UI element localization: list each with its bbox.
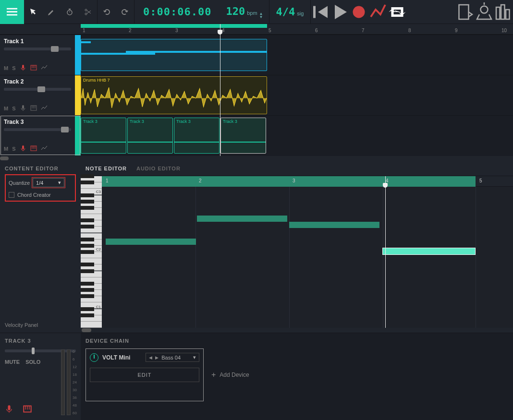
time-signature[interactable]: 4/4 sig <box>269 6 311 18</box>
loop-button[interactable] <box>388 0 407 24</box>
arm-record-icon[interactable] <box>20 64 26 72</box>
automation-icon[interactable] <box>41 105 48 112</box>
clip-label: Drums HHB 7 <box>81 77 267 84</box>
timeline[interactable]: 1 2 3 4 5 6 7 8 9 10 Drums HHB 7 <box>81 24 513 156</box>
stopwatch-tool[interactable] <box>61 0 79 24</box>
audio-clip[interactable]: Drums HHB 7 <box>81 76 267 114</box>
midi-note[interactable] <box>106 239 196 245</box>
track-lane-1[interactable] <box>81 35 513 75</box>
midi-clip[interactable] <box>81 39 267 71</box>
svg-rect-2 <box>7 14 17 15</box>
tempo-spinner[interactable]: ▲▼ <box>259 12 263 19</box>
instrument-device[interactable]: VOLT Mini ◀ ▶ Bass 04 ▾ EDIT <box>86 348 204 401</box>
solo-button[interactable]: SOLO <box>25 359 40 365</box>
svg-rect-14 <box>506 10 510 19</box>
scissors-tool[interactable] <box>79 0 97 24</box>
midi-clip[interactable]: Track 3 <box>174 118 220 154</box>
tab-note-editor[interactable]: NOTE EDITOR <box>86 166 127 171</box>
piano-key-label: C1 <box>96 305 101 309</box>
track-header-2[interactable]: Track 2 M S <box>0 75 81 115</box>
preset-next-icon[interactable]: ▶ <box>155 355 159 360</box>
midi-note[interactable] <box>289 222 379 228</box>
quantize-select[interactable]: 1/4 ▾ <box>33 178 64 187</box>
note-grid[interactable]: 1 2 3 4 5 <box>102 176 513 328</box>
play-button[interactable] <box>330 0 349 24</box>
svg-point-7 <box>85 13 87 15</box>
note-editor-main: NOTE EDITOR AUDIO EDITOR /* keys drawn b… <box>81 161 513 333</box>
automation-icon[interactable] <box>41 64 48 72</box>
note-scrollbar[interactable] <box>81 328 513 333</box>
track-header-1[interactable]: Track 1 M S <box>0 35 81 75</box>
piano-keyboard[interactable]: /* keys drawn below via generated divs *… <box>81 176 102 328</box>
arm-record-icon[interactable] <box>20 105 26 112</box>
velocity-panel-label[interactable]: Velocity Panel <box>5 322 38 328</box>
track-name[interactable]: Track 2 <box>4 78 71 85</box>
midi-note[interactable] <box>197 216 287 222</box>
pencil-tool[interactable] <box>42 0 61 24</box>
mute-button[interactable]: MUTE <box>5 359 20 365</box>
midi-input-icon[interactable] <box>30 64 37 72</box>
track-lane-3[interactable]: Track 3 Track 3 Track 3 Track 3 <box>81 115 513 156</box>
rewind-button[interactable] <box>311 0 330 24</box>
arm-record-icon[interactable] <box>20 145 26 153</box>
arm-record-icon[interactable] <box>5 405 13 415</box>
preset-selector[interactable]: ◀ ▶ Bass 04 ▾ <box>146 353 199 362</box>
tempo-display[interactable]: 120 bpm ▲▼ <box>220 5 269 19</box>
solo-button[interactable]: S <box>12 146 15 152</box>
share-button[interactable] <box>475 0 494 24</box>
automation-icon[interactable] <box>41 145 48 153</box>
svg-rect-20 <box>22 105 24 109</box>
record-button[interactable] <box>349 0 368 24</box>
track-volume-slider[interactable] <box>4 88 71 91</box>
plus-icon: + <box>211 371 216 379</box>
automation-button[interactable] <box>368 0 388 24</box>
note-playhead[interactable] <box>385 176 386 328</box>
track-volume-slider[interactable] <box>4 48 71 50</box>
track-name[interactable]: Track 1 <box>4 38 71 45</box>
add-device-button[interactable]: + Add Device <box>211 371 249 379</box>
device-side-title: TRACK 3 <box>5 338 76 344</box>
preset-prev-icon[interactable]: ◀ <box>149 355 152 360</box>
midi-clip[interactable]: Track 3 <box>127 118 173 154</box>
loop-region[interactable] <box>81 24 267 28</box>
mute-button[interactable]: M <box>4 146 8 152</box>
track-lane-2[interactable]: Drums HHB 7 <box>81 75 513 115</box>
track-color-strip <box>75 35 81 75</box>
track-header-3[interactable]: Track 3 M S <box>0 115 81 156</box>
note-loop-region[interactable] <box>102 176 476 187</box>
mixer-button[interactable] <box>494 0 513 24</box>
midi-input-icon[interactable] <box>30 145 37 153</box>
svg-rect-25 <box>22 145 24 149</box>
svg-rect-13 <box>501 5 505 19</box>
highlighted-region: Quantize 1/4 ▾ Chord Creator <box>5 174 76 202</box>
svg-point-6 <box>85 9 87 11</box>
solo-button[interactable]: S <box>12 65 15 71</box>
tab-audio-editor[interactable]: AUDIO EDITOR <box>136 166 181 171</box>
midi-clip-selected[interactable]: Track 3 <box>220 118 266 154</box>
pointer-tool[interactable] <box>24 0 42 24</box>
undo-button[interactable] <box>98 0 116 24</box>
mute-button[interactable]: M <box>4 65 8 71</box>
track-name[interactable]: Track 3 <box>4 119 71 125</box>
track-headers: Track 1 M S Track 2 M S <box>0 24 81 156</box>
device-power-button[interactable] <box>90 353 98 362</box>
svg-rect-30 <box>8 405 10 410</box>
note-ruler[interactable]: 1 2 3 4 5 <box>102 176 513 187</box>
timeline-scrollbar[interactable] <box>0 156 513 161</box>
track-volume-slider[interactable] <box>4 128 71 131</box>
midi-input-icon[interactable] <box>23 405 32 415</box>
redo-button[interactable] <box>116 0 134 24</box>
time-display[interactable]: 0:00:06.00 <box>134 6 220 18</box>
midi-input-icon[interactable] <box>30 105 37 112</box>
timeline-ruler[interactable]: 1 2 3 4 5 6 7 8 9 10 <box>81 24 513 35</box>
playhead[interactable] <box>220 24 220 156</box>
mute-button[interactable]: M <box>4 106 8 111</box>
menu-button[interactable] <box>0 0 24 24</box>
solo-button[interactable]: S <box>12 106 15 111</box>
midi-clip[interactable]: Track 3 <box>81 118 126 154</box>
midi-note-selected[interactable] <box>383 248 475 254</box>
edit-device-button[interactable]: EDIT <box>90 368 199 382</box>
chord-creator-checkbox[interactable] <box>9 192 14 198</box>
export-button[interactable] <box>455 0 475 24</box>
device-sidebar: TRACK 3 MUTE SOLO 0 6 12 18 24 30 36 48 … <box>0 333 81 420</box>
